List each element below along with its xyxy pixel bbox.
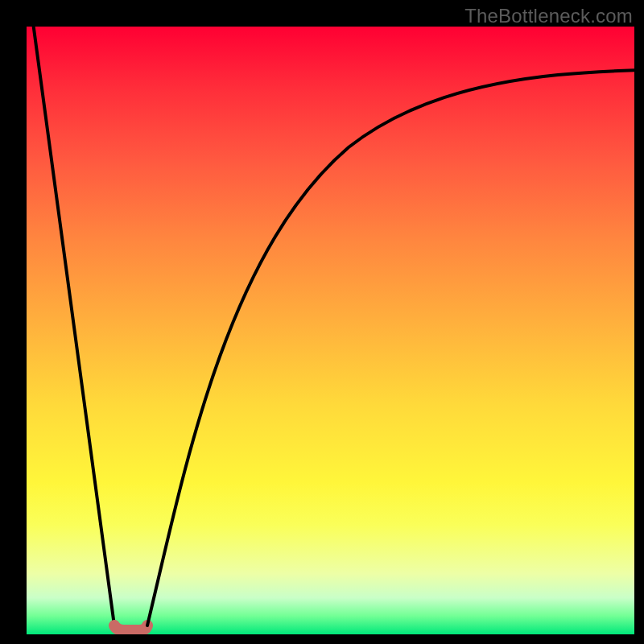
curve-right-ascent	[147, 70, 634, 625]
chart-svg	[27, 27, 634, 634]
watermark-text: TheBottleneck.com	[464, 5, 633, 27]
chart-frame: TheBottleneck.com	[0, 0, 644, 644]
plot-area	[27, 27, 634, 634]
valley-floor-marker	[114, 625, 147, 630]
curve-left-descent	[33, 27, 114, 625]
